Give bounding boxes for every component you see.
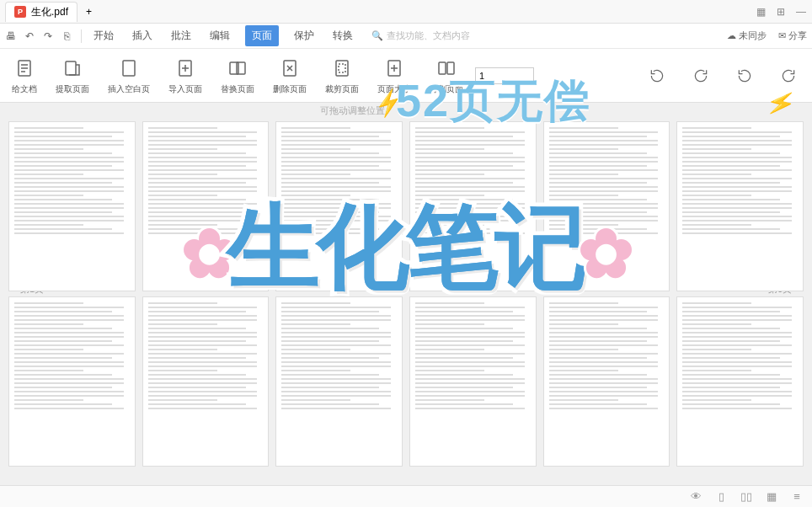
menu-page[interactable]: 页面 <box>245 25 279 46</box>
page-thumbnail[interactable] <box>676 296 804 467</box>
view-grid-icon[interactable]: ▦ <box>765 490 778 504</box>
page-thumbnail[interactable] <box>142 296 270 467</box>
redo-icon[interactable]: ↷ <box>42 30 54 42</box>
tool-delete[interactable]: 删除页面 <box>266 55 313 97</box>
svg-rect-2 <box>123 61 135 76</box>
svg-rect-8 <box>339 64 345 72</box>
share-button[interactable]: ✉ 分享 <box>778 29 807 42</box>
new-tab-button[interactable]: + <box>77 3 100 20</box>
page-thumbnail[interactable] <box>275 296 403 467</box>
rotate-left[interactable] <box>638 62 676 89</box>
rotate-all-left[interactable] <box>726 62 763 89</box>
tool-doc[interactable]: 给文档 <box>5 55 44 97</box>
view-dual-icon[interactable]: ▯▯ <box>740 490 753 504</box>
sync-status[interactable]: ☁ 未同步 <box>727 29 767 42</box>
copy-icon[interactable]: ⎘ <box>61 30 72 42</box>
tool-blank[interactable]: 插入空白页 <box>101 55 157 97</box>
view-single-icon[interactable]: ▯ <box>714 490 728 504</box>
search-box[interactable]: 🔍 查找功能、文档内容 <box>371 29 470 42</box>
print-icon[interactable]: 🖶 <box>5 30 17 42</box>
separator <box>81 29 82 43</box>
grid-icon[interactable]: ▦ <box>755 6 767 18</box>
titlebar: P 生化.pdf + ▦ ⊞ — <box>0 0 812 24</box>
menu-annotate[interactable]: 批注 <box>168 25 195 46</box>
search-icon: 🔍 <box>371 30 383 41</box>
svg-rect-1 <box>66 61 76 75</box>
overlay-subtitle: 52页无偿 <box>396 71 591 132</box>
undo-icon[interactable]: ↶ <box>24 30 35 42</box>
tab-title: 生化.pdf <box>31 5 68 19</box>
menubar: 🖶 ↶ ↷ ⎘ 开始 插入 批注 编辑 页面 保护 转换 🔍 查找功能、文档内容… <box>0 24 812 49</box>
page-thumbnail[interactable] <box>8 121 136 291</box>
page-thumbnail[interactable] <box>409 296 537 467</box>
flower-left: ✿ <box>181 215 234 293</box>
flower-right: ✿ <box>578 215 631 293</box>
eye-icon[interactable]: 👁 <box>689 490 702 504</box>
menu-edit[interactable]: 编辑 <box>206 25 233 46</box>
page-thumbnail[interactable] <box>543 296 670 467</box>
statusbar: 👁 ▯ ▯▯ ▦ ≡ <box>0 485 812 507</box>
list-icon[interactable]: ≡ <box>790 490 804 504</box>
page-thumbnail[interactable] <box>676 121 804 291</box>
search-placeholder: 查找功能、文档内容 <box>387 29 470 42</box>
page-thumbnail[interactable] <box>8 296 136 467</box>
svg-rect-7 <box>336 61 348 76</box>
menu-insert[interactable]: 插入 <box>129 25 156 46</box>
tool-extract[interactable]: 提取页面 <box>49 55 96 97</box>
apps-icon[interactable]: ⊞ <box>775 6 787 18</box>
rotate-right[interactable] <box>682 62 719 89</box>
tool-import[interactable]: 导入页面 <box>162 55 209 97</box>
menu-protect[interactable]: 保护 <box>291 25 318 46</box>
menu-start[interactable]: 开始 <box>90 25 117 46</box>
minimize-icon[interactable]: — <box>795 6 807 18</box>
tool-replace[interactable]: 替换页面 <box>214 55 261 97</box>
pdf-icon: P <box>14 6 26 18</box>
tool-crop[interactable]: 裁剪页面 <box>318 55 366 97</box>
menu-items: 开始 插入 批注 编辑 页面 保护 转换 <box>90 25 356 46</box>
menu-convert[interactable]: 转换 <box>329 25 356 46</box>
overlay-title: ✿生化笔记✿ <box>188 185 624 311</box>
window-controls: ▦ ⊞ — <box>755 6 807 18</box>
rotate-all-right[interactable] <box>770 62 807 89</box>
document-tab[interactable]: P 生化.pdf <box>5 2 77 22</box>
